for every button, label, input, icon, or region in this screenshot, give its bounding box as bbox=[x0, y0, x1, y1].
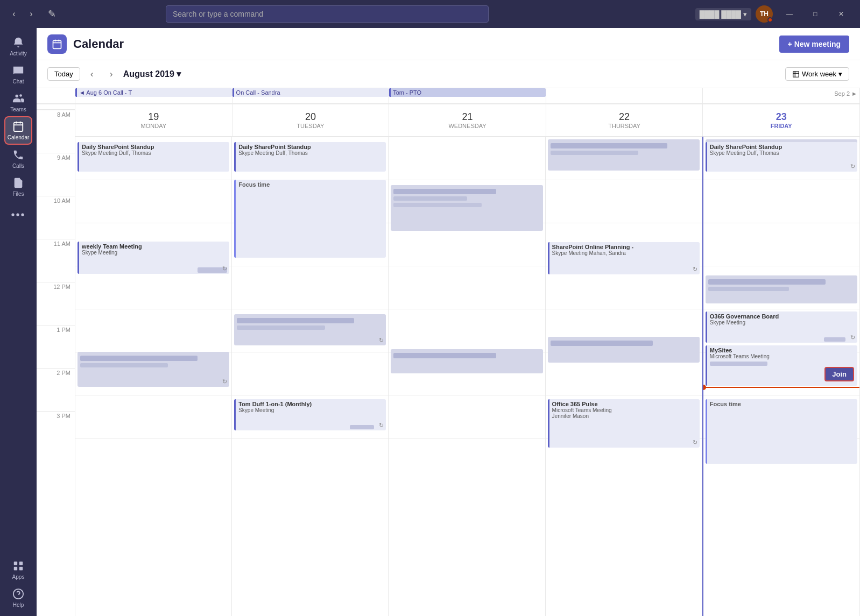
sidebar-chat-label: Chat bbox=[12, 79, 24, 84]
sidebar-item-teams[interactable]: Teams bbox=[4, 88, 32, 116]
event-wed-blurred2[interactable] bbox=[391, 349, 542, 373]
compose-button[interactable]: ✎ bbox=[43, 5, 60, 23]
time-slot-11am: 11 AM bbox=[37, 239, 75, 282]
event-tue-blurred[interactable]: ↻ bbox=[234, 314, 386, 345]
sidebar-calendar-label: Calendar bbox=[8, 134, 30, 140]
all-day-event-mon[interactable]: ◄ Aug 6 On Call - T bbox=[75, 88, 232, 97]
event-mon-weekly[interactable]: weekly Team Meeting Skype Meeting ↻ bbox=[77, 242, 229, 274]
event-subtitle2: Jennifer Mason bbox=[552, 413, 697, 419]
time-slot-9am: 9 AM bbox=[37, 153, 75, 196]
back-button[interactable]: ‹ bbox=[6, 6, 22, 22]
chevron-down-icon: ▾ bbox=[177, 69, 181, 79]
day-num-wed: 21 bbox=[462, 111, 473, 123]
event-mon-standup[interactable]: Daily SharePoint Standup Skype Meeting D… bbox=[77, 142, 229, 172]
top-bar: Calendar + New meeting bbox=[37, 28, 860, 60]
event-fri-focus[interactable]: Focus time bbox=[706, 399, 857, 464]
days-header: 19 Monday 20 Tuesday 21 Wednesday 22 Thu… bbox=[75, 104, 860, 137]
close-button[interactable]: ✕ bbox=[829, 5, 854, 23]
day-header-fri: 23 Friday bbox=[703, 104, 860, 136]
sidebar-item-calendar[interactable]: Calendar bbox=[4, 116, 32, 145]
search-placeholder: Search or type a command bbox=[173, 10, 263, 18]
day-name-tue: Tuesday bbox=[297, 123, 324, 129]
all-day-cell-wed: Tom - PTO bbox=[389, 88, 546, 103]
sidebar-item-apps[interactable]: Apps bbox=[4, 556, 32, 584]
chevron-down-icon: ▾ bbox=[743, 10, 747, 18]
sidebar-item-files[interactable]: Files bbox=[4, 173, 32, 201]
svg-rect-6 bbox=[14, 561, 17, 564]
event-tue-standup[interactable]: Daily SharePoint Standup Skype Meeting D… bbox=[234, 142, 386, 172]
time-slot-12pm: 12 PM bbox=[37, 282, 75, 325]
day-name-wed: Wednesday bbox=[448, 123, 486, 129]
event-tue-focus[interactable]: Focus time bbox=[234, 180, 386, 258]
event-title: weekly Team Meeting bbox=[82, 243, 227, 250]
day-num-tue: 20 bbox=[305, 111, 316, 123]
refresh-icon: ↻ bbox=[693, 439, 697, 446]
event-thu-office365[interactable]: Office 365 Pulse Microsoft Teams Meeting… bbox=[548, 399, 700, 448]
calendar-scroll[interactable]: 8 AM 9 AM 10 AM 11 AM 12 PM 1 PM 2 PM 3 … bbox=[37, 104, 860, 616]
event-title: O365 Governance Board bbox=[710, 313, 855, 320]
sidebar-item-help[interactable]: Help bbox=[4, 584, 32, 612]
calendar-nav: Today ‹ › August 2019 ▾ Work week ▾ bbox=[37, 60, 860, 88]
sidebar-item-calls[interactable]: Calls bbox=[4, 145, 32, 173]
all-day-cell-thu bbox=[546, 88, 703, 103]
title-bar: ‹ › ✎ Search or type a command ████ ████… bbox=[0, 0, 860, 28]
event-title: Focus time bbox=[238, 181, 383, 188]
day-col-fri: Daily SharePoint Standup Skype Meeting D… bbox=[702, 137, 860, 616]
event-title: SharePoint Online Planning - bbox=[552, 244, 697, 250]
calendar-icon-small bbox=[52, 39, 62, 49]
event-subtitle: Skype Meeting Mahan, Sandra bbox=[552, 250, 697, 256]
next-week-button[interactable]: › bbox=[104, 67, 119, 82]
event-subtitle: Skype Meeting Duff, Thomas bbox=[82, 150, 227, 156]
join-button[interactable]: Join bbox=[824, 367, 854, 381]
event-thu-blurred1[interactable] bbox=[548, 139, 700, 171]
event-title: MySites bbox=[710, 347, 855, 353]
chat-icon bbox=[12, 65, 24, 76]
day-header-wed: 21 Wednesday bbox=[389, 104, 546, 136]
svg-rect-2 bbox=[14, 123, 23, 132]
refresh-icon: ↻ bbox=[850, 163, 855, 170]
day-num-fri: 23 bbox=[776, 111, 787, 123]
main-layout: Activity Chat Teams Calendar Calls Files bbox=[0, 28, 860, 616]
event-subtitle: Skype Meeting Duff, Thomas bbox=[710, 150, 855, 156]
new-meeting-button[interactable]: + New meeting bbox=[779, 36, 849, 53]
event-title: Daily SharePoint Standup bbox=[710, 144, 855, 150]
event-fri-mysites[interactable]: MySites Microsoft Teams Meeting Join bbox=[706, 345, 857, 386]
event-thu-sharepoint[interactable]: SharePoint Online Planning - Skype Meeti… bbox=[548, 242, 700, 274]
sidebar-item-activity[interactable]: Activity bbox=[4, 32, 32, 60]
event-mon-blurred1[interactable]: ↻ bbox=[77, 352, 229, 387]
month-title[interactable]: August 2019 ▾ bbox=[123, 69, 181, 79]
apps-icon bbox=[12, 560, 24, 572]
all-day-cell-tue: On Call - Sandra bbox=[232, 88, 390, 103]
event-tue-tom[interactable]: Tom Duff 1-on-1 (Monthly) Skype Meeting … bbox=[234, 399, 386, 430]
sidebar-item-more[interactable]: ••• bbox=[4, 201, 32, 229]
event-thu-blurred2[interactable] bbox=[548, 337, 700, 363]
time-slot-1pm: 1 PM bbox=[37, 325, 75, 368]
avatar[interactable]: TH bbox=[756, 5, 773, 23]
today-button[interactable]: Today bbox=[47, 67, 80, 81]
svg-rect-8 bbox=[14, 567, 17, 570]
event-subtitle: Microsoft Teams Meeting bbox=[552, 407, 697, 413]
day-col-mon: Daily SharePoint Standup Skype Meeting D… bbox=[75, 137, 232, 616]
sidebar-apps-label: Apps bbox=[12, 574, 25, 580]
prev-week-button[interactable]: ‹ bbox=[84, 67, 100, 82]
sidebar-help-label: Help bbox=[13, 602, 24, 608]
event-fri-standup[interactable]: Daily SharePoint Standup Skype Meeting D… bbox=[706, 142, 857, 172]
all-day-event-wed[interactable]: Tom - PTO bbox=[389, 88, 546, 97]
sidebar-item-chat[interactable]: Chat bbox=[4, 60, 32, 88]
event-fri-o365[interactable]: O365 Governance Board Skype Meeting ↻ bbox=[706, 311, 857, 343]
minimize-button[interactable]: — bbox=[777, 5, 802, 23]
now-line bbox=[703, 387, 859, 388]
maximize-button[interactable]: □ bbox=[803, 5, 828, 23]
event-subtitle: Skype Meeting Duff, Thomas bbox=[238, 150, 383, 156]
event-fri-blurred1[interactable] bbox=[706, 275, 857, 303]
account-selector[interactable]: ████ ████ ▾ bbox=[695, 8, 751, 20]
event-title: Focus time bbox=[710, 401, 855, 407]
search-bar[interactable]: Search or type a command bbox=[166, 5, 489, 23]
account-label: ████ ████ bbox=[700, 10, 741, 18]
all-day-event-tue[interactable]: On Call - Sandra bbox=[232, 88, 389, 97]
day-name-thu: Thursday bbox=[608, 123, 640, 129]
day-header-thu: 22 Thursday bbox=[546, 104, 703, 136]
forward-button[interactable]: › bbox=[24, 6, 39, 22]
work-week-button[interactable]: Work week ▾ bbox=[785, 67, 849, 81]
event-wed-blurred1[interactable] bbox=[391, 185, 542, 231]
